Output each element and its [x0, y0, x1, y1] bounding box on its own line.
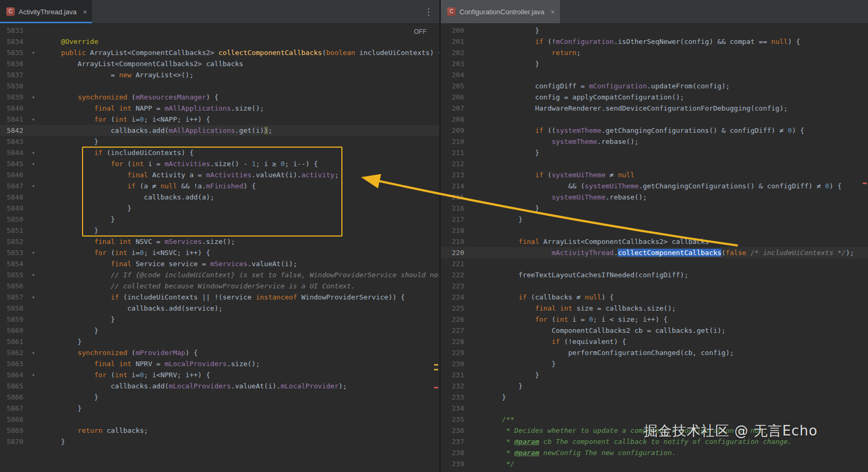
line-number[interactable]: 5849	[0, 203, 26, 214]
line-number[interactable]: 223	[441, 280, 467, 292]
line-number[interactable]: 5869	[0, 425, 26, 436]
code-line[interactable]: 203 }	[441, 58, 868, 69]
tab-close-icon[interactable]: ×	[550, 8, 555, 16]
line-number[interactable]: 236	[441, 425, 467, 436]
code-line[interactable]: 211 }	[441, 147, 868, 158]
code-line[interactable]: 224 if (callbacks ≠ null) {	[441, 292, 868, 303]
code-line[interactable]: 231 }	[441, 369, 868, 380]
fold-chevron-icon[interactable]: ▾	[26, 180, 40, 192]
line-number[interactable]: 207	[441, 103, 467, 114]
line-number[interactable]: 5857	[0, 292, 26, 303]
code-line[interactable]: 5848 callbacks.add(a);	[0, 192, 439, 203]
code-line[interactable]: 202 return;	[441, 47, 868, 58]
code-line[interactable]: 200 }	[441, 25, 868, 36]
line-number[interactable]: 230	[441, 358, 467, 369]
code-line[interactable]: 5869 return callbacks;	[0, 425, 439, 436]
line-number[interactable]: 5866	[0, 392, 26, 403]
fold-chevron-icon[interactable]: ▾	[26, 147, 40, 158]
line-number[interactable]: 218	[441, 225, 467, 236]
code-line[interactable]: 5859 }	[0, 314, 439, 325]
tab-close-icon[interactable]: ×	[83, 8, 87, 16]
code-line[interactable]: 229 performConfigurationChanged(cb, conf…	[441, 347, 868, 358]
line-number[interactable]: 239	[441, 458, 467, 469]
code-line[interactable]: 5865 callbacks.add(mLocalProviders.value…	[0, 380, 439, 392]
code-line[interactable]: 219 final ArrayList<ComponentCallbacks2>…	[441, 236, 868, 247]
line-number[interactable]: 231	[441, 369, 467, 380]
line-number[interactable]: 203	[441, 58, 467, 69]
fold-chevron-icon[interactable]: ▾	[26, 269, 40, 280]
line-number[interactable]: 5847	[0, 180, 26, 192]
tab-activitythread[interactable]: C ActivityThread.java ×	[0, 0, 92, 23]
code-line[interactable]: 205 configDiff = mConfiguration.updateFr…	[441, 80, 868, 92]
code-line[interactable]: 5857▾ if (includeUiContexts || !(service…	[0, 292, 439, 303]
line-number[interactable]: 216	[441, 203, 467, 214]
code-line[interactable]: 221	[441, 258, 868, 269]
line-number[interactable]: 5858	[0, 303, 26, 314]
line-number[interactable]: 204	[441, 69, 467, 80]
code-line[interactable]: 5838	[0, 80, 439, 92]
code-line[interactable]: 213 if (systemUiTheme ≠ null	[441, 169, 868, 180]
line-number[interactable]: 210	[441, 136, 467, 147]
line-number[interactable]: 205	[441, 80, 467, 92]
line-number[interactable]: 5864	[0, 369, 26, 380]
code-line[interactable]: 5843 }	[0, 136, 439, 147]
line-number[interactable]: 221	[441, 258, 467, 269]
code-line[interactable]: 5861 }	[0, 336, 439, 347]
line-number[interactable]: 208	[441, 114, 467, 125]
code-line[interactable]: 238 * @param newConfig The new configura…	[441, 447, 868, 458]
line-number[interactable]: 5859	[0, 314, 26, 325]
line-number[interactable]: 5843	[0, 136, 26, 147]
line-number[interactable]: 214	[441, 180, 467, 192]
code-line[interactable]: 5863 final int NPRV = mLocalProviders.si…	[0, 358, 439, 369]
code-line[interactable]: 226 for (int i = 0; i < size; i++) {	[441, 314, 868, 325]
code-line[interactable]: 209 if ((systemTheme.getChangingConfigur…	[441, 125, 868, 136]
code-line[interactable]: 218	[441, 225, 868, 236]
line-number[interactable]: 5860	[0, 325, 26, 336]
code-line[interactable]: 220 mActivityThread.collectComponentCall…	[441, 247, 868, 258]
fold-chevron-icon[interactable]: ▾	[26, 47, 40, 58]
line-number[interactable]: 5863	[0, 358, 26, 369]
code-line[interactable]: 228 if (!equivalent) {	[441, 336, 868, 347]
line-number[interactable]: 220	[441, 247, 467, 258]
line-number[interactable]: 5852	[0, 236, 26, 247]
code-line[interactable]: 5839▾ synchronized (mResourcesManager) {	[0, 92, 439, 103]
code-line[interactable]: 5835▾ public ArrayList<ComponentCallback…	[0, 47, 439, 58]
line-number[interactable]: 200	[441, 25, 467, 36]
line-number[interactable]: 5870	[0, 436, 26, 447]
code-line[interactable]: 5860 }	[0, 325, 439, 336]
line-number[interactable]: 5850	[0, 214, 26, 225]
tab-configurationcontroller[interactable]: C ConfigurationController.java ×	[441, 0, 560, 23]
line-number[interactable]: 5839	[0, 92, 26, 103]
code-line[interactable]: 214 && (systemUiTheme.getChangingConfigu…	[441, 180, 868, 192]
line-number[interactable]: 224	[441, 292, 467, 303]
line-number[interactable]: 217	[441, 214, 467, 225]
analysis-mark[interactable]	[434, 364, 438, 366]
line-number[interactable]: 5842	[0, 125, 26, 136]
line-number[interactable]: 234	[441, 403, 467, 414]
code-line[interactable]: 230 }	[441, 358, 868, 369]
fold-chevron-icon[interactable]: ▾	[26, 292, 40, 303]
line-number[interactable]: 213	[441, 169, 467, 180]
code-line[interactable]: 5844▾ if (includeUiContexts) {	[0, 147, 439, 158]
line-number[interactable]: 5867	[0, 403, 26, 414]
line-number[interactable]: 5841	[0, 114, 26, 125]
code-line[interactable]: 5870 }	[0, 436, 439, 447]
fold-chevron-icon[interactable]: ▾	[26, 114, 40, 125]
code-line[interactable]: 5850 }	[0, 214, 439, 225]
code-line[interactable]: 215 systemUiTheme.rebase();	[441, 192, 868, 203]
line-number[interactable]: 5845	[0, 158, 26, 169]
code-line[interactable]: 5846 final Activity a = mActivities.valu…	[0, 169, 439, 180]
line-number[interactable]: 233	[441, 392, 467, 403]
line-number[interactable]: 206	[441, 92, 467, 103]
code-line[interactable]: 5866 }	[0, 392, 439, 403]
code-line[interactable]: 5856 // collected because WindowProvider…	[0, 280, 439, 292]
line-number[interactable]: 201	[441, 36, 467, 47]
code-line[interactable]: 239 */	[441, 458, 868, 469]
line-number[interactable]: 5834	[0, 36, 26, 47]
fold-chevron-icon[interactable]: ▾	[26, 158, 40, 169]
code-line[interactable]: 5833	[0, 25, 439, 36]
analysis-mark[interactable]	[434, 387, 438, 388]
line-number[interactable]: 227	[441, 325, 467, 336]
line-number[interactable]: 219	[441, 236, 467, 247]
line-number[interactable]: 5848	[0, 192, 26, 203]
